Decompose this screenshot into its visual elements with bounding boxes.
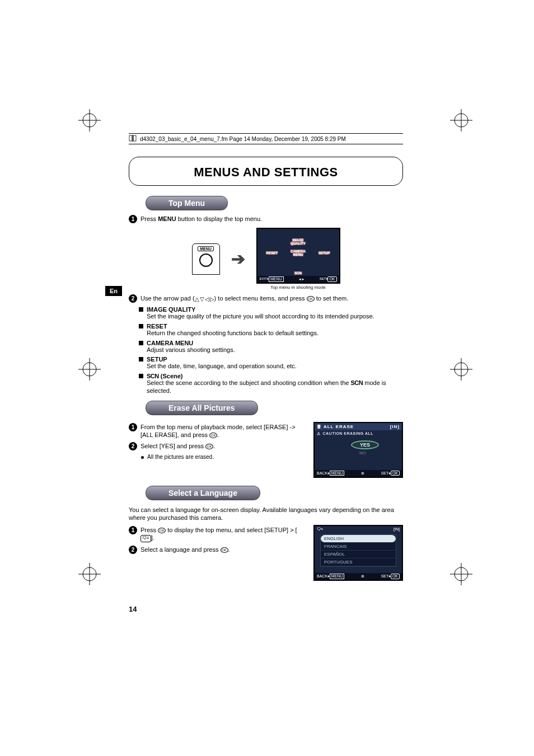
step-text: Press MENU button to display the top men… [140,215,403,223]
bullet-desc: Adjust various shooting settings. [147,346,403,354]
lcd-footer-bar: BACK♦MENU ⊕ SET♦OK [315,573,402,580]
step-number-icon: 1 [129,526,137,534]
lcd-wrapper: RESET IMAGE QUALITY SETUP CAMERA MENU SC… [256,228,340,290]
registration-mark-icon [78,358,101,381]
trash-icon: 🗑 [317,424,322,429]
step-text: Select [YES] and press OK. [140,442,305,450]
bullet-item: IMAGE QUALITY [139,306,403,313]
section-heading-language: Select a Language [146,486,260,500]
lcd-language-list: ENGLISH FRANCAIS ESPAÑOL PORTUGUES [320,534,396,567]
lcd-set-label: SET♦OK [320,276,337,282]
sub-bullet: All the pictures are erased. [141,454,305,460]
page-number: 14 [129,605,137,613]
lcd-language-option: FRANCAIS [321,543,396,551]
lcd-top-row: 🗨≡ [IN] [315,526,402,532]
square-bullet-icon [139,374,143,378]
ok-button-icon: OK [221,547,228,553]
square-bullet-icon [139,357,143,361]
ok-button-icon: OK [307,296,315,302]
warning-icon: ⚠ [317,431,321,436]
menu-button-label: MENU [198,246,214,251]
ok-button-icon: OK [158,528,166,533]
lcd-in-label: [IN] [394,527,400,531]
nav-arrows-icon: ⊕ [361,574,364,579]
page-content: MENUS AND SETTINGS Top Menu 1 Press MENU… [129,157,403,581]
arrow-pad-icon: △▽◁▷ [195,295,214,303]
registration-mark-icon [78,563,101,585]
lcd-no-option: NO [359,450,402,456]
lcd-back-label: BACK♦MENU [317,574,344,579]
dot-bullet-icon [141,456,144,459]
bullet-item: SETUP [139,356,403,363]
registration-mark-icon [450,109,472,132]
lcd-footer-bar: BACK♦MENU ⊕ SET♦OK [315,470,402,477]
step-text: Press OK to display the top menu, and se… [140,526,305,542]
lcd-item: RESET [266,251,278,255]
lcd-item: SCN [294,271,302,275]
lcd-exit-label: EXIT♦MENU [260,276,284,282]
step-number-icon: 2 [129,442,137,450]
language-tab-en: En [105,286,122,296]
bullet-item-scn: SCN (Scene) [139,373,403,379]
step-number-icon: 2 [129,294,137,303]
lcd-caution-row: ⚠CAUTION ERASING ALL [315,430,402,437]
bullet-item: CAMERA MENU [139,340,403,346]
lcd-top-menu-screenshot: RESET IMAGE QUALITY SETUP CAMERA MENU SC… [256,228,340,284]
step-2-language: 2 Select a language and press OK. [129,546,305,554]
lcd-item: IMAGE QUALITY [285,238,311,245]
lcd-footer-bar: EXIT♦MENU ◄► SET♦OK [257,276,339,283]
lcd-item: SETUP [318,251,330,255]
lcd-arrows-icon: ◄► [298,278,305,281]
bullet-desc: Set the date, time, language, and operat… [147,363,403,370]
chapter-title-box: MENUS AND SETTINGS [129,157,403,186]
bullet-desc: Set the image quality of the picture you… [147,313,403,321]
step-1-top-menu: 1 Press MENU button to display the top m… [129,215,403,223]
square-bullet-icon [139,324,143,328]
menu-diagram: MENU ➔ RESET IMAGE QUALITY SETUP CAMERA … [129,228,403,290]
bullet-desc: Return the changed shooting functions ba… [147,330,403,337]
page-title: MENUS AND SETTINGS [129,165,402,180]
lcd-language-option: ESPAÑOL [321,551,396,558]
lcd-set-label: SET♦OK [381,471,400,476]
language-setup-icon: 🗨≡ [317,527,323,531]
lcd-caption: Top menu in shooting mode [256,285,340,290]
lcd-erase-title: 🗑 ALL ERASE [317,424,354,429]
lcd-title-bar: 🗑 ALL ERASE [IN] [315,423,402,430]
language-intro-text: You can select a language for on-screen … [129,506,403,522]
bullet-desc: Select the scene according to the subjec… [147,379,403,395]
camera-menu-button-illustration: MENU [192,243,220,275]
lcd-back-label: BACK♦MENU [317,471,344,476]
step-2-top-menu: 2 Use the arrow pad (△▽◁▷) to select men… [129,294,403,303]
lcd-erase-screenshot: 🗑 ALL ERASE [IN] ⚠CAUTION ERASING ALL YE… [313,422,403,478]
step-text: Select a language and press OK. [140,546,305,553]
lcd-set-label: SET♦OK [381,574,400,579]
step-number-icon: 2 [129,546,137,554]
header-text: d4302_03_basic_e_04_menu_7.fm Page 14 Mo… [140,136,346,142]
section-heading-top-menu: Top Menu [146,196,228,210]
bullet-item: RESET [139,323,403,330]
lcd-language-screenshot: 🗨≡ [IN] ENGLISH FRANCAIS ESPAÑOL PORTUGU… [313,525,403,581]
ok-button-icon: OK [205,444,213,449]
lcd-language-option: PORTUGUES [321,558,396,566]
language-section-body: 1 Press OK to display the top menu, and … [129,525,403,581]
step-2-erase: 2 Select [YES] and press OK. [129,442,305,450]
arrow-right-icon: ➔ [231,249,245,269]
step-1-erase: 1 From the top menu of playback mode, se… [129,423,305,439]
square-bullet-icon [139,307,143,312]
lcd-language-option-selected: ENGLISH [321,535,396,543]
registration-mark-icon [78,109,101,132]
step-number-icon: 1 [129,215,137,223]
step-text: From the top menu of playback mode, sele… [140,423,305,439]
square-bullet-icon [139,341,143,345]
section-heading-erase: Erase All Pictures [146,401,258,415]
lcd-yes-option: YES [351,440,379,449]
lcd-in-label: [IN] [390,424,400,429]
step-number-icon: 1 [129,423,137,431]
step-1-language: 1 Press OK to display the top menu, and … [129,526,305,542]
header-filename-line: d4302_03_basic_e_04_menu_7.fm Page 14 Mo… [129,133,403,144]
registration-mark-icon [450,563,472,585]
nav-arrows-icon: ⊕ [361,471,364,476]
registration-mark-icon [450,358,472,381]
erase-section-body: 1 From the top menu of playback mode, se… [129,422,403,478]
language-setup-icon: 🗨≡ [140,535,151,542]
